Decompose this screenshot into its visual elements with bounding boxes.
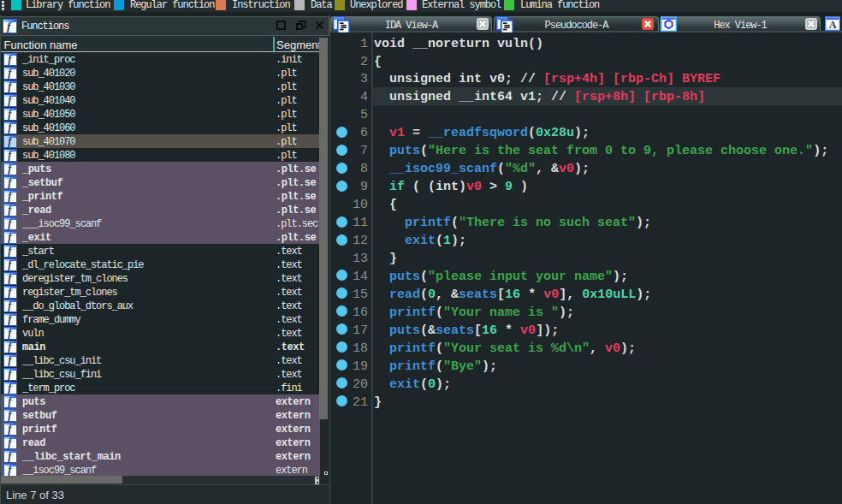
svg-text:A: A xyxy=(829,19,837,31)
